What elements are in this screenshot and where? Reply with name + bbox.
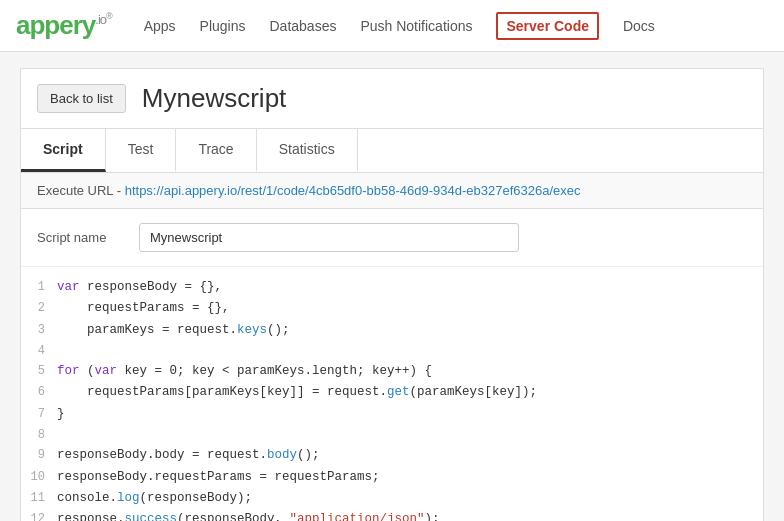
code-line-7: 7 } (21, 404, 763, 425)
script-name-row: Script name (21, 209, 763, 267)
back-to-list-button[interactable]: Back to list (37, 84, 126, 113)
code-line-10: 10 responseBody.requestParams = requestP… (21, 467, 763, 488)
tab-trace[interactable]: Trace (176, 129, 256, 172)
logo[interactable]: appery.io® (16, 10, 112, 41)
script-name-input[interactable] (139, 223, 519, 252)
code-line-8: 8 (21, 425, 763, 445)
code-line-12: 12 response.success(responseBody, "appli… (21, 509, 763, 521)
content-area: Back to list Mynewscript Script Test Tra… (0, 52, 784, 521)
main-panel: Execute URL - https://api.appery.io/rest… (20, 172, 764, 521)
top-nav: appery.io® Apps Plugins Databases Push N… (0, 0, 784, 52)
script-name-label: Script name (37, 230, 127, 245)
code-line-4: 4 (21, 341, 763, 361)
code-line-11: 11 console.log(responseBody); (21, 488, 763, 509)
code-line-3: 3 paramKeys = request.keys(); (21, 320, 763, 341)
nav-databases[interactable]: Databases (269, 14, 336, 38)
tabs-bar: Script Test Trace Statistics (20, 128, 764, 172)
code-editor[interactable]: 1 var responseBody = {}, 2 requestParams… (21, 267, 763, 521)
execute-url-bar: Execute URL - https://api.appery.io/rest… (21, 173, 763, 209)
nav-push[interactable]: Push Notifications (360, 14, 472, 38)
code-line-2: 2 requestParams = {}, (21, 298, 763, 319)
nav-servercode[interactable]: Server Code (496, 12, 598, 40)
execute-url-prefix: Execute URL - (37, 183, 125, 198)
code-line-6: 6 requestParams[paramKeys[key]] = reques… (21, 382, 763, 403)
logo-suffix: .io® (95, 12, 111, 27)
tab-statistics[interactable]: Statistics (257, 129, 358, 172)
code-line-9: 9 responseBody.body = request.body(); (21, 445, 763, 466)
tab-script[interactable]: Script (21, 129, 106, 172)
page-title: Mynewscript (142, 83, 286, 114)
execute-url-link[interactable]: https://api.appery.io/rest/1/code/4cb65d… (125, 183, 581, 198)
page-header: Back to list Mynewscript (20, 68, 764, 128)
nav-links: Apps Plugins Databases Push Notification… (144, 12, 768, 40)
code-line-5: 5 for (var key = 0; key < paramKeys.leng… (21, 361, 763, 382)
tab-test[interactable]: Test (106, 129, 177, 172)
logo-text: appery.io® (16, 10, 112, 40)
nav-docs[interactable]: Docs (623, 14, 655, 38)
nav-plugins[interactable]: Plugins (200, 14, 246, 38)
nav-apps[interactable]: Apps (144, 14, 176, 38)
code-line-1: 1 var responseBody = {}, (21, 277, 763, 298)
